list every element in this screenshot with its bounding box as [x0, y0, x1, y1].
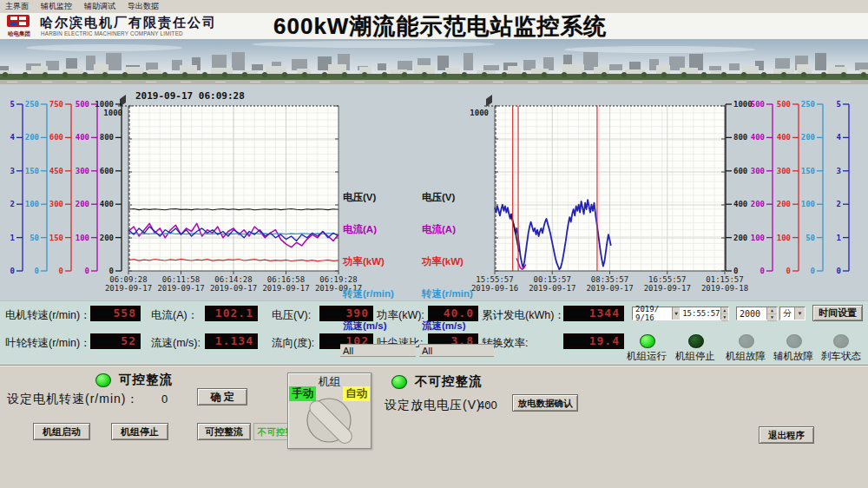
svg-text:4: 4	[10, 133, 16, 142]
legend-item[interactable]: 流速(m/s)	[422, 320, 465, 333]
cursor-handle-icon[interactable]	[120, 95, 126, 107]
svg-text:3: 3	[837, 167, 841, 175]
mode-switch-panel: 机组 手动 自动	[287, 373, 372, 449]
header: 哈电集团 哈尔滨电机厂有限责任公司 HARBIN ELECTRIC MACHIN…	[0, 13, 868, 39]
svg-text:450: 450	[49, 167, 63, 175]
svg-text:0: 0	[786, 267, 791, 275]
svg-text:400: 400	[751, 133, 765, 142]
plant-panorama-photo	[0, 39, 868, 84]
legend-all-button[interactable]: All	[419, 344, 494, 357]
svg-text:1: 1	[10, 234, 15, 242]
svg-text:50: 50	[30, 234, 39, 242]
svg-text:2019-09-17: 2019-09-17	[105, 284, 152, 293]
status-light-2	[739, 334, 754, 348]
discharge-confirm-button[interactable]: 放电数据确认	[512, 394, 578, 412]
status-light-0	[640, 334, 655, 348]
svg-text:100: 100	[801, 200, 815, 208]
legend-item[interactable]: 电压(V)	[422, 191, 455, 204]
svg-text:100: 100	[76, 234, 89, 242]
date-value: 2019/ 9/16	[633, 305, 672, 322]
company-name-en: HARBIN ELECTRIC MACHINERY COMPANY LIMITE…	[41, 30, 183, 36]
svg-text:50: 50	[806, 234, 815, 242]
readout-label: 流速(m/s):	[151, 336, 201, 351]
svg-text:0: 0	[35, 267, 39, 275]
svg-text:3: 3	[10, 167, 15, 175]
svg-text:4: 4	[837, 133, 842, 142]
svg-text:100: 100	[751, 234, 765, 242]
readout-led-display: 1.134	[205, 333, 258, 349]
svg-text:300: 300	[76, 167, 89, 175]
legend-item[interactable]: 转速(r/min)	[343, 287, 394, 300]
svg-text:00:15:57: 00:15:57	[534, 275, 571, 284]
legend-item[interactable]: 电压(V)	[343, 191, 376, 204]
confirm-speed-button[interactable]: 确 定	[197, 388, 247, 406]
scr-mode-button[interactable]: 可控整流	[197, 423, 251, 440]
svg-text:250: 250	[801, 100, 815, 109]
exit-program-button[interactable]: 退出程序	[759, 426, 814, 444]
duration-input[interactable]: 2000 ▲▼	[736, 307, 778, 320]
readout-label: 电机转速(r/min)：	[5, 308, 91, 323]
svg-text:1000: 1000	[103, 109, 122, 117]
duration-unit-select[interactable]: 分 ▼	[779, 307, 806, 320]
menu-item-0[interactable]: 主界面	[5, 2, 29, 10]
svg-text:06:14:28: 06:14:28	[214, 275, 252, 284]
svg-text:0: 0	[811, 267, 815, 275]
status-light-label: 机组运行	[620, 350, 674, 363]
svg-text:600: 600	[733, 167, 747, 175]
menu-item-2[interactable]: 辅助调试	[84, 2, 115, 10]
svg-text:0: 0	[10, 267, 15, 275]
page-title: 600kW潮流能示范电站监控系统	[273, 11, 607, 42]
readout-led-display: 19.4	[563, 333, 624, 349]
legend-item[interactable]: 电流(A)	[343, 223, 377, 236]
company-name-cn: 哈尔滨电机厂有限责任公司	[40, 15, 217, 31]
legend-item[interactable]: 电流(A)	[422, 223, 456, 236]
readout-led-display: 102.1	[205, 306, 258, 321]
duration-spinner[interactable]: ▲▼	[766, 307, 777, 320]
svg-text:100: 100	[777, 234, 791, 242]
legend-item[interactable]: 转速(r/min)	[422, 287, 473, 300]
rotary-knob[interactable]	[288, 394, 369, 446]
svg-text:200: 200	[777, 200, 791, 208]
status-light-label: 机组故障	[719, 350, 773, 363]
readout-label: 叶轮转速(r/min)：	[5, 336, 91, 351]
svg-text:800: 800	[100, 133, 114, 142]
svg-text:0: 0	[837, 267, 841, 275]
readout-label: 电压(V):	[272, 308, 311, 323]
legend-all-button[interactable]: All	[340, 344, 416, 357]
readout-label: 累计发电(kWh)：	[482, 308, 565, 323]
readout-led-display: 52	[90, 333, 141, 349]
set-speed-label: 设定电机转速(r/min)：	[7, 392, 139, 407]
menu-item-1[interactable]: 辅机监控	[41, 2, 72, 10]
history-datetime-picker[interactable]: 2019/ 9/16 ▼ 15:55:57 ▲▼	[632, 307, 729, 320]
cursor-handle-icon[interactable]	[486, 95, 492, 107]
svg-text:400: 400	[100, 200, 114, 208]
unit-start-button[interactable]: 机组启动	[33, 423, 90, 440]
set-voltage-value: 400	[478, 399, 497, 412]
chart-legend: 电压(V)电流(A)功率(kW)转速(r/min)流速(m/s)All	[419, 188, 494, 359]
svg-text:1: 1	[837, 234, 841, 242]
legend-item[interactable]: 功率(kW)	[343, 255, 385, 268]
svg-text:5: 5	[10, 100, 15, 109]
svg-text:2019-09-17: 2019-09-17	[210, 284, 257, 293]
chevron-down-icon[interactable]: ▼	[672, 307, 680, 320]
svg-text:200: 200	[76, 200, 89, 208]
duration-unit: 分	[780, 307, 794, 320]
company-logo-icon	[7, 15, 31, 30]
time-spinner[interactable]: ▲▼	[720, 307, 728, 320]
svg-text:0: 0	[760, 267, 765, 275]
menu-item-3[interactable]: 导出数据	[128, 2, 159, 10]
svg-text:0: 0	[109, 267, 114, 275]
svg-text:200: 200	[751, 200, 765, 208]
svg-text:5: 5	[837, 100, 841, 109]
svg-text:06:09:28: 06:09:28	[109, 275, 147, 284]
svg-text:400: 400	[777, 133, 791, 142]
time-set-button[interactable]: 时间设置	[812, 305, 863, 321]
chart-legend: 电压(V)电流(A)功率(kW)转速(r/min)流速(m/s)All	[340, 188, 416, 359]
unit-stop-button[interactable]: 机组停止	[111, 423, 168, 440]
svg-text:200: 200	[801, 133, 815, 142]
legend-item[interactable]: 功率(kW)	[422, 255, 464, 268]
legend-item[interactable]: 流速(m/s)	[343, 320, 386, 333]
svg-text:200: 200	[733, 234, 747, 242]
chevron-down-icon[interactable]: ▼	[794, 307, 805, 320]
svg-text:150: 150	[49, 234, 63, 242]
